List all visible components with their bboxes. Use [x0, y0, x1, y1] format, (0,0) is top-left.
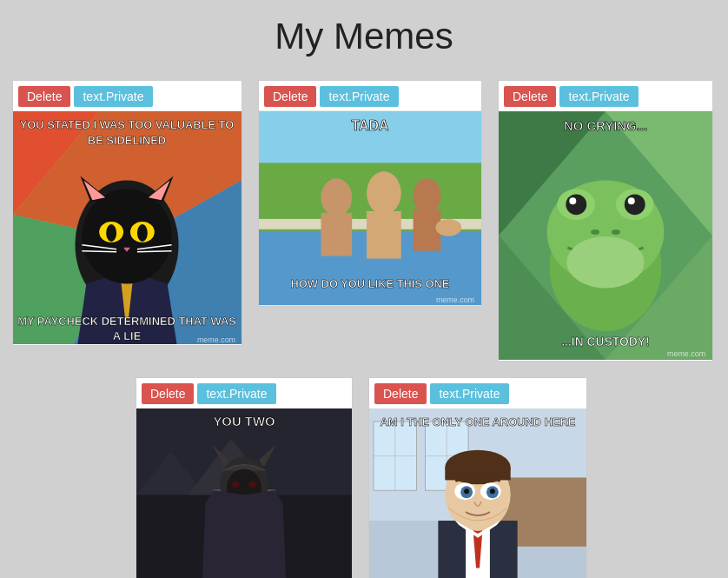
private-button-3[interactable]: text.Private	[559, 86, 638, 107]
memes-row-2: Delete text.Private	[0, 367, 728, 578]
svg-point-74	[248, 481, 257, 488]
svg-line-20	[82, 251, 116, 252]
svg-point-53	[625, 194, 645, 215]
delete-button-2[interactable]: Delete	[264, 86, 316, 107]
svg-rect-93	[445, 468, 510, 481]
svg-point-54	[569, 197, 576, 204]
meme-card-1: Delete text.Private	[12, 80, 242, 346]
svg-point-55	[628, 197, 635, 204]
meme-image-1: YOU STATED I WAS TOO VALUABLE TO BE SIDE…	[13, 110, 242, 345]
delete-button-4[interactable]: Delete	[142, 383, 194, 404]
svg-point-16	[106, 224, 116, 242]
meme-toolbar-3: Delete text.Private	[499, 81, 712, 110]
svg-point-37	[414, 178, 441, 213]
meme-image-4: YOU TWO COME HERE meme.com	[136, 408, 352, 578]
meme-image-3: NO CRYING... ...IN CUSTODY! meme.com	[499, 110, 712, 361]
meme-toolbar-5: Delete text.Private	[369, 378, 586, 408]
svg-text:NO CRYING...: NO CRYING...	[564, 119, 647, 133]
svg-text:MY PAYCHECK DETERMINED THAT WA: MY PAYCHECK DETERMINED THAT WAS	[17, 315, 236, 328]
meme-image-5: AM I THE ONLY ONE AROUND HERE WHO USES P…	[369, 408, 586, 578]
svg-point-73	[231, 481, 240, 488]
svg-line-22	[137, 251, 172, 252]
meme-card-5: Delete text.Private	[368, 377, 587, 578]
svg-text:meme.com: meme.com	[667, 349, 705, 358]
svg-point-39	[435, 219, 461, 236]
svg-rect-36	[367, 211, 401, 259]
delete-button-5[interactable]: Delete	[374, 383, 427, 404]
svg-point-99	[490, 488, 495, 494]
meme-image-2: TADA HOW DO YOU LIKE THIS ONE meme.com	[259, 110, 481, 306]
page-title: My Memes	[0, 0, 728, 75]
delete-button-3[interactable]: Delete	[504, 86, 556, 107]
private-button-1[interactable]: text.Private	[74, 86, 152, 107]
private-button-4[interactable]: text.Private	[197, 383, 275, 404]
svg-point-17	[137, 224, 148, 242]
svg-marker-75	[201, 490, 287, 578]
svg-text:BE SIDELINED: BE SIDELINED	[88, 134, 166, 147]
svg-text:HOW DO YOU LIKE THIS ONE: HOW DO YOU LIKE THIS ONE	[291, 277, 450, 290]
svg-point-57	[612, 229, 620, 235]
delete-button-1[interactable]: Delete	[18, 86, 70, 107]
svg-point-9	[82, 189, 171, 283]
svg-point-33	[321, 178, 352, 216]
svg-text:AM I THE ONLY ONE AROUND HERE: AM I THE ONLY ONE AROUND HERE	[381, 415, 576, 429]
svg-text:A LIE: A LIE	[113, 329, 142, 342]
meme-card-2: Delete text.Private	[258, 80, 482, 307]
svg-text:meme.com: meme.com	[436, 296, 474, 304]
svg-point-56	[591, 229, 599, 235]
svg-point-35	[367, 171, 401, 215]
svg-point-58	[566, 236, 644, 289]
meme-toolbar-1: Delete text.Private	[13, 81, 242, 110]
meme-card-4: Delete text.Private	[136, 377, 353, 578]
svg-text:YOU TWO: YOU TWO	[213, 415, 275, 429]
memes-row-1: Delete text.Private	[0, 75, 728, 367]
meme-toolbar-2: Delete text.Private	[259, 81, 481, 110]
svg-text:...IN CUSTODY!: ...IN CUSTODY!	[561, 335, 650, 349]
svg-text:TADA: TADA	[352, 118, 389, 133]
svg-text:meme.com: meme.com	[197, 336, 235, 344]
private-button-2[interactable]: text.Private	[320, 86, 398, 107]
svg-point-52	[566, 194, 586, 215]
meme-toolbar-4: Delete text.Private	[136, 378, 352, 408]
svg-point-98	[464, 488, 469, 494]
svg-rect-34	[321, 213, 352, 256]
private-button-5[interactable]: text.Private	[430, 383, 508, 404]
meme-card-3: Delete text.Private	[498, 80, 713, 362]
svg-text:YOU STATED I WAS TOO VALUABLE : YOU STATED I WAS TOO VALUABLE TO	[20, 118, 235, 131]
